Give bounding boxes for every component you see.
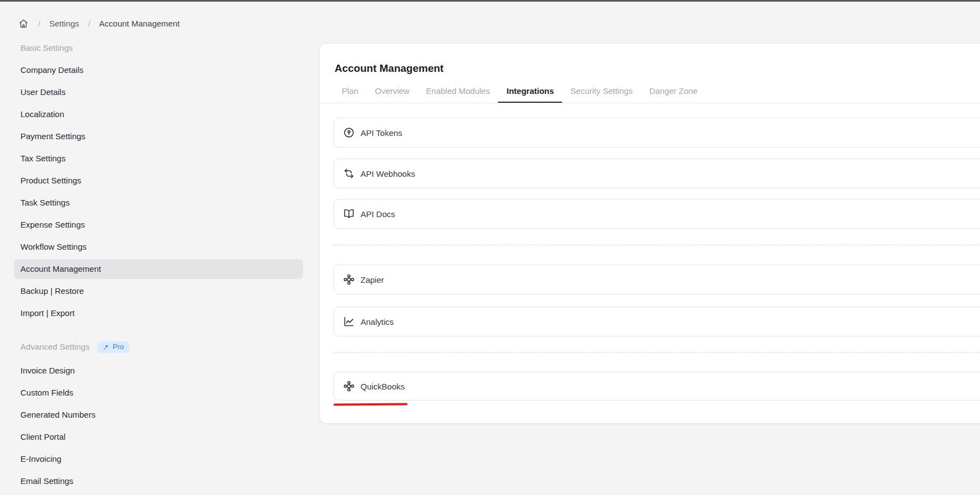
sidebar-item-custom-fields[interactable]: Custom Fields <box>14 383 303 403</box>
integration-item-zapier[interactable]: Zapier <box>333 265 980 294</box>
tab-enabled-modules[interactable]: Enabled Modules <box>418 79 499 103</box>
open-book-icon <box>343 208 355 220</box>
sidebar-item-user-details[interactable]: User Details <box>14 82 303 102</box>
sidebar-section-label: Basic Settings <box>20 38 73 58</box>
hub-icon <box>343 273 355 286</box>
sidebar-item-email-settings[interactable]: Email Settings <box>14 471 303 491</box>
dashed-separator <box>333 245 980 245</box>
sidebar-section-header: Basic Settings <box>14 38 303 58</box>
sparkles-icon <box>102 343 110 351</box>
integration-item-api-docs[interactable]: API Docs <box>333 199 980 229</box>
sidebar-item-company-details[interactable]: Company Details <box>14 60 303 80</box>
token-icon <box>343 127 355 139</box>
swap-arrows-icon <box>343 167 355 180</box>
sidebar-item-localization[interactable]: Localization <box>14 104 303 124</box>
tab-danger-zone[interactable]: Danger Zone <box>641 79 706 103</box>
dashed-separator <box>333 352 980 353</box>
line-chart-icon <box>343 315 355 328</box>
integration-item-quickbooks[interactable]: QuickBooks <box>333 372 980 401</box>
sidebar-item-account-management[interactable]: Account Management <box>14 259 303 279</box>
integration-item-api-tokens[interactable]: API Tokens <box>333 118 980 148</box>
integration-item-label: Zapier <box>361 275 384 285</box>
settings-sidebar: Basic SettingsCompany DetailsUser Detail… <box>14 0 303 495</box>
sidebar-item-import-export[interactable]: Import | Export <box>14 303 303 323</box>
pro-badge-label: Pro <box>113 343 124 351</box>
integration-item-label: API Webhooks <box>361 169 415 178</box>
integration-item-label: QuickBooks <box>361 382 405 391</box>
pro-badge: Pro <box>97 341 129 353</box>
sidebar-item-generated-numbers[interactable]: Generated Numbers <box>14 405 303 425</box>
integration-item-analytics[interactable]: Analytics <box>333 307 980 336</box>
sidebar-item-tax-settings[interactable]: Tax Settings <box>14 149 303 168</box>
sidebar-item-backup-restore[interactable]: Backup | Restore <box>14 281 303 301</box>
tab-integrations[interactable]: Integrations <box>498 79 562 103</box>
tab-bar: PlanOverviewEnabled ModulesIntegrationsS… <box>320 79 980 103</box>
sidebar-item-workflow-settings[interactable]: Workflow Settings <box>14 237 303 257</box>
integration-item-api-webhooks[interactable]: API Webhooks <box>333 159 980 188</box>
account-management-panel: Account Management PlanOverviewEnabled M… <box>319 43 980 424</box>
sidebar-item-payment-settings[interactable]: Payment Settings <box>14 127 303 146</box>
sidebar-item-client-portal[interactable]: Client Portal <box>14 427 303 447</box>
sidebar-section-header: Advanced SettingsPro <box>14 337 303 357</box>
sidebar-item-product-settings[interactable]: Product Settings <box>14 171 303 191</box>
integration-item-label: API Docs <box>361 209 395 219</box>
tab-plan[interactable]: Plan <box>333 79 367 103</box>
sidebar-item-invoice-design[interactable]: Invoice Design <box>14 361 303 381</box>
integration-item-label: API Tokens <box>361 128 402 138</box>
sidebar-section-label: Advanced Settings <box>20 337 89 357</box>
quickbooks-red-underline-annotation <box>333 403 407 406</box>
sidebar-item-task-settings[interactable]: Task Settings <box>14 193 303 213</box>
tab-security-settings[interactable]: Security Settings <box>562 79 641 103</box>
sidebar-item-expense-settings[interactable]: Expense Settings <box>14 215 303 235</box>
integration-item-label: Analytics <box>361 317 394 327</box>
hub-icon <box>343 380 355 392</box>
page-title: Account Management <box>335 62 443 75</box>
tab-overview[interactable]: Overview <box>367 79 418 103</box>
sidebar-item-e-invoicing[interactable]: E-Invoicing <box>14 449 303 469</box>
